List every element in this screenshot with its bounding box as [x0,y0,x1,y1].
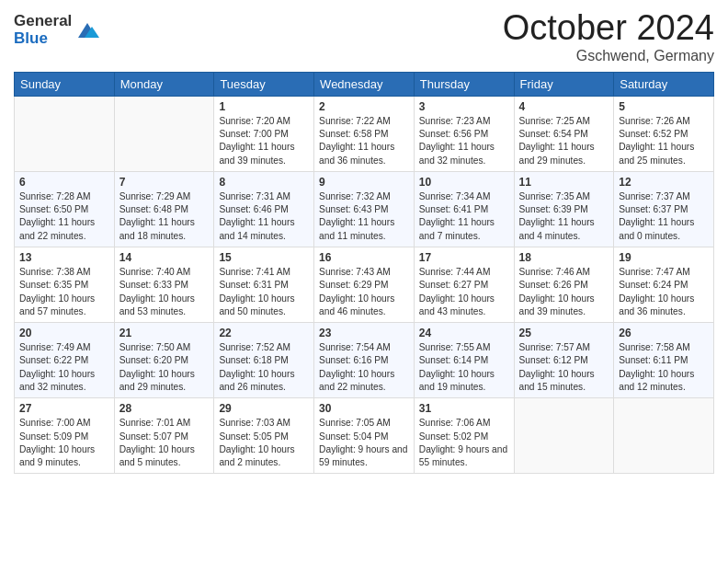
day-info: Sunrise: 7:20 AM Sunset: 7:00 PM Dayligh… [219,115,309,167]
calendar-cell: 13Sunrise: 7:38 AM Sunset: 6:35 PM Dayli… [15,247,115,323]
day-number: 10 [419,176,509,189]
calendar-cell: 16Sunrise: 7:43 AM Sunset: 6:29 PM Dayli… [314,247,415,323]
calendar-week-row: 6Sunrise: 7:28 AM Sunset: 6:50 PM Daylig… [15,171,714,247]
day-number: 27 [19,402,109,415]
day-info: Sunrise: 7:03 AM Sunset: 5:05 PM Dayligh… [219,417,309,469]
calendar-cell: 24Sunrise: 7:55 AM Sunset: 6:14 PM Dayli… [414,323,514,398]
day-number: 26 [619,327,709,339]
day-number: 9 [319,176,409,189]
calendar-cell: 7Sunrise: 7:29 AM Sunset: 6:48 PM Daylig… [114,171,214,247]
calendar-cell: 2Sunrise: 7:22 AM Sunset: 6:58 PM Daylig… [314,96,415,171]
day-number: 13 [19,251,109,264]
month-title: October 2024 [503,9,714,48]
day-info: Sunrise: 7:06 AM Sunset: 5:02 PM Dayligh… [419,417,509,469]
logo-general: General [14,13,72,30]
calendar-week-row: 20Sunrise: 7:49 AM Sunset: 6:22 PM Dayli… [15,323,714,398]
weekday-header: Sunday [15,72,115,96]
calendar-table: SundayMondayTuesdayWednesdayThursdayFrid… [14,72,714,475]
calendar-cell: 23Sunrise: 7:54 AM Sunset: 6:16 PM Dayli… [314,323,415,398]
calendar-week-row: 27Sunrise: 7:00 AM Sunset: 5:09 PM Dayli… [15,398,714,474]
day-number: 28 [119,402,210,415]
day-number: 18 [519,251,609,264]
day-number: 25 [519,327,609,339]
weekday-header: Wednesday [314,72,415,96]
day-info: Sunrise: 7:05 AM Sunset: 5:04 PM Dayligh… [319,417,409,469]
calendar-cell: 29Sunrise: 7:03 AM Sunset: 5:05 PM Dayli… [214,398,314,474]
weekday-header: Saturday [614,72,714,96]
day-number: 6 [19,176,109,189]
logo-blue: Blue [14,30,72,48]
day-number: 23 [319,327,409,339]
weekday-header: Friday [514,72,614,96]
calendar-cell: 10Sunrise: 7:34 AM Sunset: 6:41 PM Dayli… [414,171,514,247]
calendar-cell: 28Sunrise: 7:01 AM Sunset: 5:07 PM Dayli… [114,398,214,474]
day-info: Sunrise: 7:35 AM Sunset: 6:39 PM Dayligh… [519,190,609,243]
calendar-cell [15,96,115,171]
location: Gschwend, Germany [503,48,714,64]
day-info: Sunrise: 7:43 AM Sunset: 6:29 PM Dayligh… [319,266,409,318]
logo: General Blue [14,13,101,47]
day-number: 17 [419,251,509,264]
day-info: Sunrise: 7:23 AM Sunset: 6:56 PM Dayligh… [419,115,509,167]
day-number: 4 [519,100,609,113]
calendar-cell: 5Sunrise: 7:26 AM Sunset: 6:52 PM Daylig… [614,96,714,171]
day-number: 8 [219,176,309,189]
calendar-cell: 25Sunrise: 7:57 AM Sunset: 6:12 PM Dayli… [514,323,614,398]
calendar-week-row: 1Sunrise: 7:20 AM Sunset: 7:00 PM Daylig… [15,96,714,171]
day-number: 31 [419,402,509,415]
day-info: Sunrise: 7:50 AM Sunset: 6:20 PM Dayligh… [119,341,210,394]
calendar-cell: 9Sunrise: 7:32 AM Sunset: 6:43 PM Daylig… [314,171,415,247]
weekday-header-row: SundayMondayTuesdayWednesdayThursdayFrid… [15,72,714,96]
day-info: Sunrise: 7:58 AM Sunset: 6:11 PM Dayligh… [619,341,709,394]
day-info: Sunrise: 7:25 AM Sunset: 6:54 PM Dayligh… [519,115,609,167]
day-info: Sunrise: 7:55 AM Sunset: 6:14 PM Dayligh… [419,341,509,394]
calendar-cell: 21Sunrise: 7:50 AM Sunset: 6:20 PM Dayli… [114,323,214,398]
day-number: 16 [319,251,409,264]
day-info: Sunrise: 7:44 AM Sunset: 6:27 PM Dayligh… [419,266,509,318]
weekday-header: Monday [114,72,214,96]
day-info: Sunrise: 7:47 AM Sunset: 6:24 PM Dayligh… [619,266,709,318]
calendar-cell: 17Sunrise: 7:44 AM Sunset: 6:27 PM Dayli… [414,247,514,323]
day-info: Sunrise: 7:22 AM Sunset: 6:58 PM Dayligh… [319,115,409,167]
day-number: 19 [619,251,709,264]
calendar-cell [614,398,714,474]
calendar-cell: 1Sunrise: 7:20 AM Sunset: 7:00 PM Daylig… [214,96,314,171]
day-info: Sunrise: 7:57 AM Sunset: 6:12 PM Dayligh… [519,341,609,394]
calendar-cell [514,398,614,474]
calendar-cell: 20Sunrise: 7:49 AM Sunset: 6:22 PM Dayli… [15,323,115,398]
calendar-cell: 22Sunrise: 7:52 AM Sunset: 6:18 PM Dayli… [214,323,314,398]
title-block: October 2024 Gschwend, Germany [503,9,714,64]
calendar-cell: 12Sunrise: 7:37 AM Sunset: 6:37 PM Dayli… [614,171,714,247]
day-number: 3 [419,100,509,113]
calendar-cell [114,96,214,171]
day-number: 29 [219,402,309,415]
calendar-cell: 19Sunrise: 7:47 AM Sunset: 6:24 PM Dayli… [614,247,714,323]
day-info: Sunrise: 7:41 AM Sunset: 6:31 PM Dayligh… [219,266,309,318]
day-number: 20 [19,327,109,339]
calendar-cell: 26Sunrise: 7:58 AM Sunset: 6:11 PM Dayli… [614,323,714,398]
day-number: 30 [319,402,409,415]
day-number: 12 [619,176,709,189]
day-info: Sunrise: 7:34 AM Sunset: 6:41 PM Dayligh… [419,190,509,243]
calendar-week-row: 13Sunrise: 7:38 AM Sunset: 6:35 PM Dayli… [15,247,714,323]
day-number: 21 [119,327,210,339]
calendar-cell: 3Sunrise: 7:23 AM Sunset: 6:56 PM Daylig… [414,96,514,171]
calendar-cell: 18Sunrise: 7:46 AM Sunset: 6:26 PM Dayli… [514,247,614,323]
logo-icon [74,19,101,41]
calendar-cell: 6Sunrise: 7:28 AM Sunset: 6:50 PM Daylig… [15,171,115,247]
calendar-cell: 15Sunrise: 7:41 AM Sunset: 6:31 PM Dayli… [214,247,314,323]
weekday-header: Tuesday [214,72,314,96]
day-info: Sunrise: 7:37 AM Sunset: 6:37 PM Dayligh… [619,190,709,243]
day-info: Sunrise: 7:46 AM Sunset: 6:26 PM Dayligh… [519,266,609,318]
day-number: 2 [319,100,409,113]
day-info: Sunrise: 7:26 AM Sunset: 6:52 PM Dayligh… [619,115,709,167]
day-info: Sunrise: 7:49 AM Sunset: 6:22 PM Dayligh… [19,341,109,394]
calendar-cell: 8Sunrise: 7:31 AM Sunset: 6:46 PM Daylig… [214,171,314,247]
day-info: Sunrise: 7:38 AM Sunset: 6:35 PM Dayligh… [19,266,109,318]
day-info: Sunrise: 7:54 AM Sunset: 6:16 PM Dayligh… [319,341,409,394]
day-number: 7 [119,176,210,189]
calendar-cell: 30Sunrise: 7:05 AM Sunset: 5:04 PM Dayli… [314,398,415,474]
day-number: 22 [219,327,309,339]
day-number: 5 [619,100,709,113]
day-info: Sunrise: 7:31 AM Sunset: 6:46 PM Dayligh… [219,190,309,243]
